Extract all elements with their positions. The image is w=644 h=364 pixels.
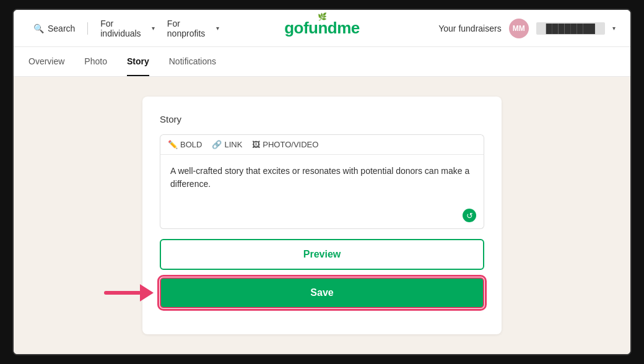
editor-toolbar: ✏️ BOLD 🔗 LINK 🖼 PHOTO/VIDEO [160,134,484,155]
for-nonprofits-dropdown[interactable]: For nonprofits ▾ [162,16,224,41]
top-nav: 🔍 Search For individuals ▾ For nonprofit… [14,10,630,47]
nav-right: Your fundraisers MM ████████ ▾ [420,19,616,38]
search-icon: 🔍 [33,24,44,33]
tab-photo[interactable]: Photo [84,48,107,76]
bold-icon: ✏️ [168,140,178,149]
for-nonprofits-label: For nonprofits [167,19,214,38]
nav-divider [87,22,88,35]
tab-nav: Overview Photo Story Notifications [14,47,630,77]
logo[interactable]: gofundme 🌿 [284,19,360,38]
bold-label: BOLD [180,140,202,149]
tab-notifications[interactable]: Notifications [169,48,216,76]
refresh-icon[interactable]: ↺ [463,209,476,222]
tab-overview[interactable]: Overview [28,48,64,76]
story-editor[interactable]: A well-crafted story that excites or res… [160,155,484,229]
arrow-indicator [104,284,154,301]
nav-left: 🔍 Search For individuals ▾ For nonprofit… [28,16,224,41]
search-button[interactable]: 🔍 Search [28,21,80,36]
arrow-head [140,284,154,301]
link-icon: 🔗 [212,140,222,149]
logo-text: gofundme [284,19,360,37]
chevron-down-icon: ▾ [152,25,155,32]
story-card: Story ✏️ BOLD 🔗 LINK 🖼 PHOTO/VIDEO A we [142,97,502,334]
nav-center: gofundme 🌿 [224,19,420,38]
photo-icon: 🖼 [252,140,260,149]
photo-video-label: PHOTO/VIDEO [263,140,318,149]
search-label: Search [48,24,75,33]
save-button-wrapper: Save [160,277,484,308]
avatar-initials: MM [513,24,525,33]
arrow-shaft [104,291,141,295]
card-title: Story [160,114,484,124]
avatar: MM [509,19,529,38]
tab-story[interactable]: Story [127,48,149,76]
link-button[interactable]: 🔗 LINK [212,140,242,149]
logo-leaves: 🌿 [318,12,327,21]
for-individuals-label: For individuals [100,19,149,38]
preview-button[interactable]: Preview [160,239,484,270]
save-button[interactable]: Save [160,277,484,308]
for-individuals-dropdown[interactable]: For individuals ▾ [95,16,160,41]
account-chevron-icon[interactable]: ▾ [612,25,616,32]
chevron-down-icon: ▾ [216,25,219,32]
photo-video-button[interactable]: 🖼 PHOTO/VIDEO [252,140,318,149]
editor-content[interactable]: A well-crafted story that excites or res… [170,165,474,191]
username-display: ████████ [536,22,605,35]
your-fundraisers-link[interactable]: Your fundraisers [438,24,501,33]
link-label: LINK [224,140,242,149]
main-content: Story ✏️ BOLD 🔗 LINK 🖼 PHOTO/VIDEO A we [14,77,630,354]
bold-button[interactable]: ✏️ BOLD [168,140,202,149]
